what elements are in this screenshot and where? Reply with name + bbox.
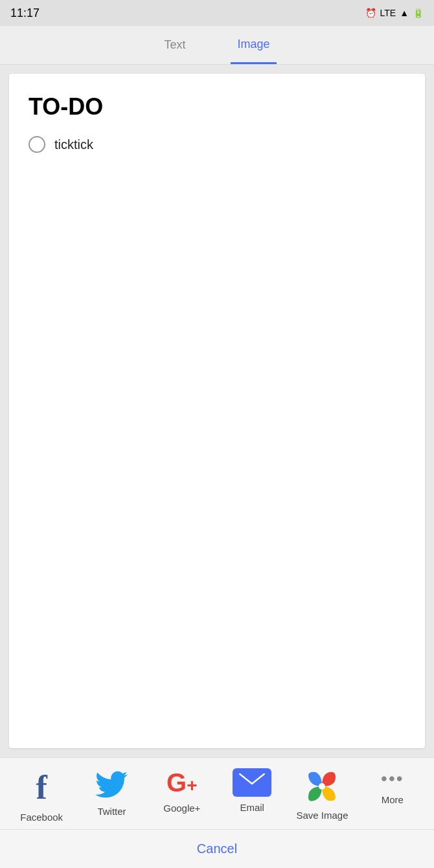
- share-more[interactable]: ••• More: [363, 768, 422, 805]
- image-card: TO-DO ticktick: [9, 74, 425, 748]
- tab-bar: Text Image: [0, 26, 434, 65]
- googleplus-label: Google+: [163, 803, 200, 814]
- cancel-button[interactable]: Cancel: [0, 829, 434, 868]
- twitter-label: Twitter: [97, 806, 126, 817]
- facebook-label: Facebook: [20, 812, 63, 823]
- saveimage-icon: [304, 768, 340, 805]
- googleplus-icon: G+: [166, 768, 197, 797]
- facebook-icon: f: [36, 768, 47, 806]
- todo-item: ticktick: [29, 136, 405, 153]
- tab-text[interactable]: Text: [157, 26, 192, 64]
- status-time: 11:17: [10, 6, 40, 20]
- share-icons-row: f Facebook Twitter G+ Google+: [0, 768, 434, 823]
- email-icon: [233, 768, 271, 797]
- share-googleplus[interactable]: G+ Google+: [153, 768, 211, 814]
- status-bar: 11:17 ⏰ LTE ▲ 🔋: [0, 0, 434, 26]
- signal-icon: ▲: [400, 8, 409, 18]
- share-saveimage[interactable]: Save Image: [293, 768, 351, 821]
- todo-title: TO-DO: [29, 93, 405, 120]
- twitter-icon: [95, 768, 128, 801]
- saveimage-label: Save Image: [296, 810, 348, 821]
- share-twitter[interactable]: Twitter: [82, 768, 141, 817]
- todo-checkbox[interactable]: [29, 136, 45, 153]
- more-label: More: [382, 794, 404, 805]
- svg-point-1: [319, 783, 325, 790]
- status-icons: ⏰ LTE ▲ 🔋: [365, 8, 424, 18]
- main-content: TO-DO ticktick: [0, 65, 434, 757]
- share-email[interactable]: Email: [223, 768, 281, 813]
- tab-image[interactable]: Image: [231, 26, 276, 64]
- share-facebook[interactable]: f Facebook: [12, 768, 71, 823]
- cancel-label: Cancel: [197, 841, 237, 856]
- battery-icon: 🔋: [413, 8, 424, 18]
- email-label: Email: [240, 802, 264, 813]
- more-icon: •••: [381, 768, 404, 789]
- todo-item-text: ticktick: [54, 137, 93, 152]
- share-bar: f Facebook Twitter G+ Google+: [0, 757, 434, 829]
- alarm-icon: ⏰: [365, 8, 376, 18]
- lte-label: LTE: [380, 8, 396, 18]
